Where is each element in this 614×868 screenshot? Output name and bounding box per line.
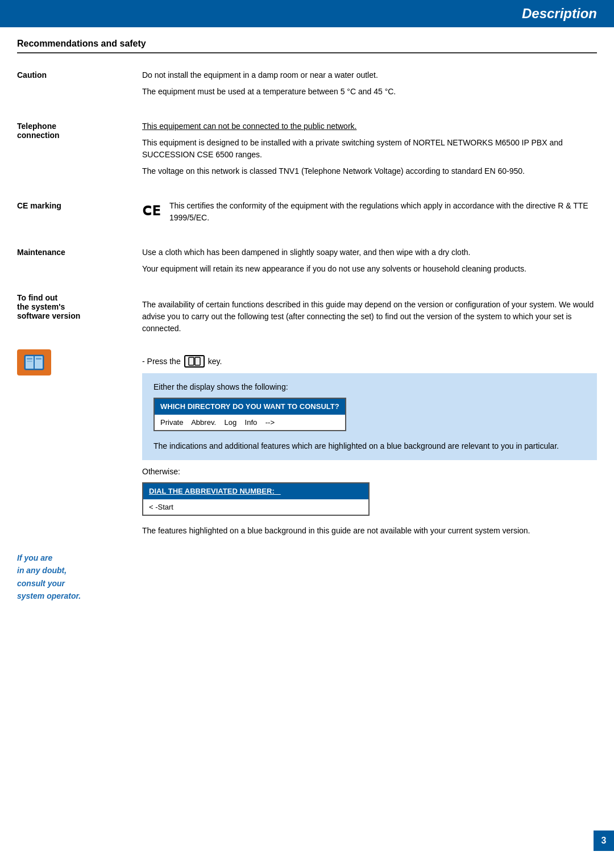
ce-icon: ᴄᴇ [142,201,160,218]
ce-marking-label: CE marking [17,194,142,229]
book-icon [17,349,51,375]
book-svg [23,354,45,371]
ce-p1: This certifies the conformity of the equ… [169,200,597,224]
caution-p1: Do not install the equipment in a damp r… [142,69,597,81]
conclusion-text: The features highlighted on a blue backg… [142,525,597,537]
spacer-4 [17,281,597,293]
header-bar: Description [0,0,614,27]
caution-p2: The equipment must be used at a temperat… [142,86,597,98]
svg-rect-4 [27,361,32,362]
otherwise-box-row: < -Start [143,499,368,515]
ce-marking-row: CE marking ᴄᴇ This certifies the conform… [17,194,597,229]
content-area: Recommendations and safety Caution Do no… [0,39,614,608]
blue-highlight-box: Either the display shows the following: … [142,373,597,460]
blue-note: The indications and additional features … [154,440,586,452]
telephone-p2: The voltage on this network is classed T… [142,165,597,177]
spacer-2 [17,183,597,194]
otherwise-box: DIAL THE ABBREVIATED NUMBER: _ < -Start [142,482,370,516]
telephone-underline: This equipement can not be connected to … [142,122,356,131]
page-number: 3 [601,836,607,846]
book-icon-cell [17,340,142,542]
if-in-doubt-value [142,542,597,608]
telephone-connection-row: Telephoneconnection This equipement can … [17,115,597,183]
page-title: Description [522,6,597,21]
otherwise-box-header: DIAL THE ABBREVIATED NUMBER: _ [143,483,368,499]
press-key-cell: - Press the key. [142,340,597,542]
press-key-line: - Press the key. [142,355,597,368]
display-shows: Either the display shows the following: [154,381,586,393]
telephone-p1: This equipment is designed to be install… [142,137,597,161]
section-heading: Recommendations and safety [17,39,597,53]
directory-key-icon [184,355,205,368]
page-number-badge: 3 [594,831,614,851]
maintenance-label: Maintenance [17,241,142,281]
software-intro: The availability of certain functions de… [142,299,597,335]
directory-box-header: WHICH DIRECTORY DO YOU WANT TO CONSULT? [155,399,345,415]
svg-rect-3 [27,358,32,360]
if-in-doubt-text: If you arein any doubt,consult yoursyste… [17,553,81,600]
svg-rect-5 [36,358,42,360]
icon-row: - Press the key. [17,340,597,542]
caution-value: Do not install the equipment in a damp r… [142,64,597,103]
spacer-1 [17,103,597,115]
directory-box: WHICH DIRECTORY DO YOU WANT TO CONSULT? … [154,398,346,431]
maintenance-p1: Use a cloth which has been dampened in s… [142,247,597,258]
directory-box-row: Private Abbrev. Log Info --> [155,415,345,431]
otherwise-label: Otherwise: [142,466,597,478]
software-version-label: To find outthe system'ssoftware version [17,293,142,340]
spacer-3 [17,229,597,241]
maintenance-value: Use a cloth which has been dampened in s… [142,241,597,281]
telephone-p0: This equipement can not be connected to … [142,120,597,132]
press-key-before: - Press the [142,356,181,368]
software-version-row: To find outthe system'ssoftware version … [17,293,597,340]
ce-text: This certifies the conformity of the equ… [169,200,597,224]
page-container: Description Recommendations and safety C… [0,0,614,868]
info-table: Caution Do not install the equipment in … [17,64,597,608]
telephone-connection-value: This equipement can not be connected to … [142,115,597,183]
ce-marking-value: ᴄᴇ This certifies the conformity of the … [142,194,597,229]
press-key-after: key. [208,356,222,368]
book-shape [22,353,47,372]
svg-rect-6 [189,357,194,365]
svg-rect-7 [195,357,200,365]
telephone-connection-label: Telephoneconnection [17,115,142,183]
maintenance-row: Maintenance Use a cloth which has been d… [17,241,597,281]
if-in-doubt-row: If you arein any doubt,consult yoursyste… [17,542,597,608]
maintenance-p2: Your equipment will retain its new appea… [142,263,597,275]
caution-row: Caution Do not install the equipment in … [17,64,597,103]
software-version-value: The availability of certain functions de… [142,293,597,340]
caution-label: Caution [17,64,142,103]
ce-cell-inner: ᴄᴇ This certifies the conformity of the … [142,200,597,224]
if-in-doubt-label: If you arein any doubt,consult yoursyste… [17,542,142,608]
